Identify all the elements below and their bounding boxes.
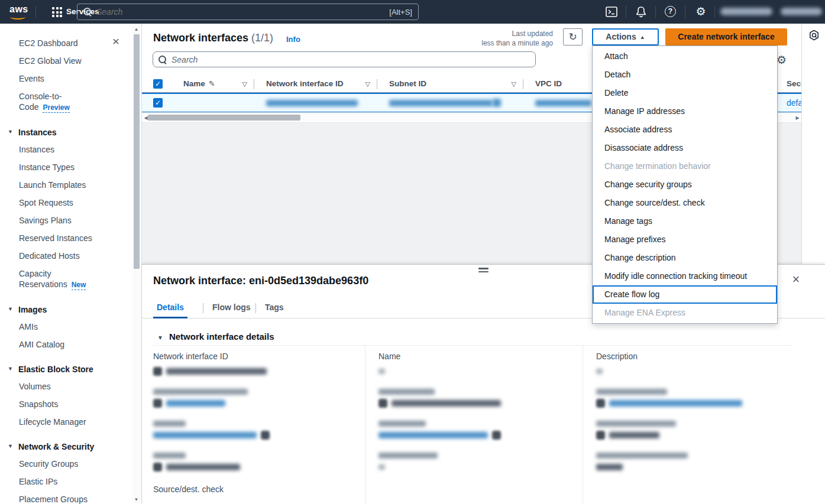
refresh-button[interactable]: ↻ (563, 28, 583, 45)
sidebar-item-amis[interactable]: AMIs (0, 318, 124, 336)
sidebar-item-reserved-instances[interactable]: Reserved Instances (0, 229, 124, 247)
scrollbar-thumb[interactable] (134, 34, 140, 269)
sidebar-item-placement-groups[interactable]: Placement Groups (0, 490, 124, 504)
scroll-down-icon[interactable]: ▼ (132, 497, 140, 502)
region-selector[interactable] (720, 8, 772, 15)
column-header-subnet-id[interactable]: Subnet ID ▽ (377, 76, 523, 92)
sidebar-item-spot-requests[interactable]: Spot Requests (0, 194, 124, 212)
sidebar-item-launch-templates[interactable]: Launch Templates (0, 176, 124, 194)
sidebar-item-instances[interactable]: Instances (0, 141, 124, 158)
menu-item-create-flow-log[interactable]: Create flow log (593, 285, 777, 304)
menu-item-disassociate-address[interactable]: Disassociate address (593, 139, 777, 157)
sidebar-item-ec2-dashboard[interactable]: EC2 Dashboard (0, 34, 124, 52)
panel-resize-handle[interactable] (478, 268, 488, 274)
select-all-checkbox[interactable]: ✓ (153, 79, 163, 89)
detail-field (378, 389, 571, 409)
copy-icon[interactable] (153, 463, 162, 472)
redacted-vpc-link[interactable] (535, 100, 591, 106)
create-network-interface-button[interactable]: Create network interface (665, 28, 787, 45)
cloudshell-icon[interactable] (605, 5, 618, 18)
scroll-right-icon[interactable]: ▶ (794, 115, 801, 121)
panel-close-icon[interactable]: × (789, 273, 803, 287)
tab-tags[interactable]: Tags (261, 298, 287, 318)
nav-divider (626, 6, 626, 18)
filter-icon[interactable]: ▽ (365, 76, 370, 92)
copy-icon[interactable] (261, 431, 270, 440)
sidebar-item-ami-catalog[interactable]: AMI Catalog (0, 336, 124, 353)
sidebar-item-lifecycle-manager[interactable]: Lifecycle Manager (0, 413, 124, 431)
sidebar-item-instance-types[interactable]: Instance Types (0, 158, 124, 176)
sidebar-item-dedicated-hosts[interactable]: Dedicated Hosts (0, 247, 124, 265)
sidebar-item-capacity-reservations[interactable]: Capacity ReservationsNew (0, 265, 124, 294)
account-menu[interactable] (781, 8, 822, 15)
copy-icon[interactable] (378, 399, 387, 408)
column-header-security-group[interactable]: Security group (787, 76, 801, 92)
menu-item-associate-address[interactable]: Associate address (593, 121, 777, 139)
filter-icon[interactable]: ▽ (512, 76, 516, 92)
menu-item-delete[interactable]: Delete (593, 84, 777, 102)
copy-icon[interactable] (596, 431, 605, 440)
sidebar-item-images[interactable]: ▼Images (0, 301, 141, 318)
global-search-input[interactable] (92, 7, 389, 17)
menu-item-change-description[interactable]: Change description (593, 249, 777, 267)
menu-item-change-security-groups[interactable]: Change security groups (593, 175, 777, 194)
sidebar-item-volumes[interactable]: Volumes (0, 378, 124, 395)
edit-icon[interactable]: ✎ (209, 79, 215, 88)
row-checkbox[interactable]: ✓ (153, 98, 163, 108)
column-header-network-interface-id[interactable]: Network interface ID ▽ (254, 76, 377, 92)
security-group-link[interactable]: default (787, 98, 801, 108)
scrollbar-thumb[interactable] (148, 115, 300, 121)
menu-item-manage-prefixes[interactable]: Manage prefixes (593, 230, 777, 249)
redacted-eni-link[interactable] (266, 100, 358, 106)
sidebar-item-network-security[interactable]: ▼Network & Security (0, 438, 141, 455)
sidebar-close-icon[interactable]: × (109, 35, 122, 48)
services-grid-icon[interactable] (52, 7, 62, 17)
notifications-icon[interactable] (635, 5, 648, 18)
global-search-box[interactable]: [Alt+S] (77, 4, 419, 20)
copy-icon[interactable] (596, 399, 605, 408)
sidebar-item-elastic-ips[interactable]: Elastic IPs (0, 473, 124, 490)
actions-button[interactable]: Actions▲ (592, 28, 659, 45)
info-link[interactable]: Info (286, 35, 300, 44)
copy-icon[interactable] (493, 99, 501, 107)
menu-item-modify-idle-connection-tracking-timeout[interactable]: Modify idle connection tracking timeout (593, 267, 777, 285)
redacted-link-value[interactable] (153, 432, 257, 438)
menu-item-manage-ip-addresses[interactable]: Manage IP addresses (593, 102, 777, 121)
filter-icon[interactable]: ▽ (242, 76, 247, 92)
redacted-link-value[interactable] (378, 432, 488, 438)
sidebar-scrollbar[interactable]: ▲ ▼ (132, 24, 140, 504)
sidebar-item-events[interactable]: Events (0, 70, 124, 87)
redacted-link-value[interactable] (609, 400, 742, 407)
table-filter-box[interactable] (153, 51, 536, 67)
sidebar-item-console-to-code[interactable]: Console-to-CodePreview (0, 87, 124, 116)
redacted-field-label (596, 453, 688, 459)
menu-item-detach[interactable]: Detach (593, 66, 777, 84)
column-header-name[interactable]: Name✎ ▽ (172, 76, 254, 92)
amazon-q-icon[interactable] (808, 30, 820, 43)
copy-icon[interactable] (492, 431, 501, 440)
sidebar-item-instances[interactable]: ▼Instances (0, 124, 141, 141)
menu-item-change-source-dest-check[interactable]: Change source/dest. check (593, 194, 777, 212)
scroll-up-icon[interactable]: ▲ (132, 27, 140, 32)
sidebar-item-savings-plans[interactable]: Savings Plans (0, 212, 124, 229)
aws-logo[interactable]: aws (9, 4, 28, 15)
tab-details[interactable]: Details (153, 298, 187, 318)
detail-field: Description (596, 352, 781, 378)
table-filter-input[interactable] (167, 55, 535, 64)
sidebar-item-snapshots[interactable]: Snapshots (0, 395, 124, 413)
menu-item-manage-tags[interactable]: Manage tags (593, 212, 777, 230)
settings-icon[interactable]: ⚙ (694, 5, 707, 18)
help-icon[interactable]: ? (665, 6, 678, 19)
redacted-link-value[interactable] (166, 400, 225, 407)
sidebar-item-elastic-block-store[interactable]: ▼Elastic Block Store (0, 361, 141, 378)
copy-icon[interactable] (153, 367, 162, 376)
menu-item-attach[interactable]: Attach (593, 47, 777, 66)
tab-flow-logs[interactable]: Flow logs (209, 298, 254, 318)
redacted-subnet-link[interactable] (389, 100, 493, 106)
sidebar-item-security-groups[interactable]: Security Groups (0, 455, 124, 473)
table-settings-gear-icon[interactable]: ⚙ (777, 53, 787, 67)
sidebar-item-ec2-global-view[interactable]: EC2 Global View (0, 52, 124, 70)
copy-icon[interactable] (153, 399, 162, 408)
section-network-interface-details[interactable]: ▼Network interface details (157, 331, 274, 342)
header-checkbox-cell: ✓ (142, 76, 172, 92)
